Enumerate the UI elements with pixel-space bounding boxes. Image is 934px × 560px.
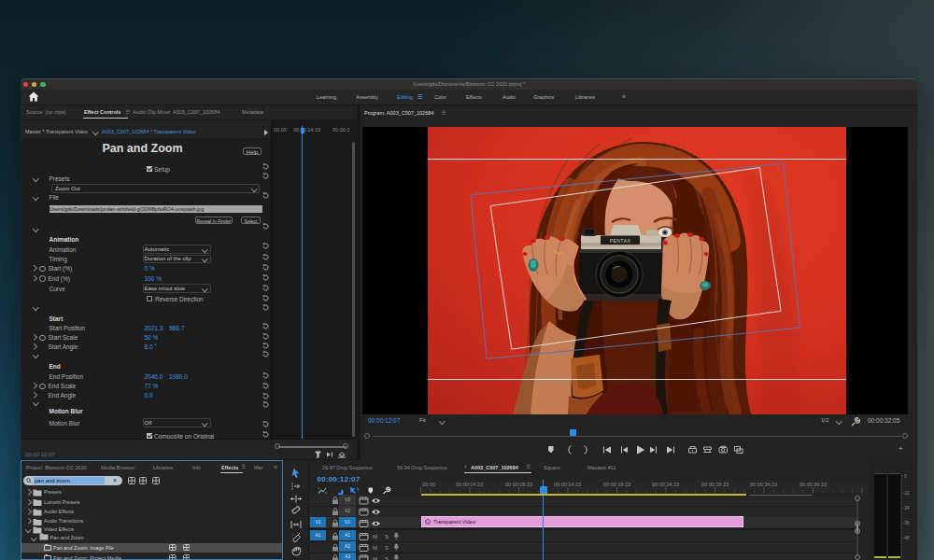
svg-text:M: M bbox=[373, 534, 377, 539]
svg-text:S: S bbox=[385, 545, 389, 551]
svg-text:S: S bbox=[385, 534, 389, 539]
svg-text:PENTAX: PENTAX bbox=[610, 238, 631, 244]
svg-text:S: S bbox=[385, 555, 389, 560]
svg-text:M: M bbox=[373, 555, 377, 560]
svg-text:M: M bbox=[373, 545, 377, 551]
